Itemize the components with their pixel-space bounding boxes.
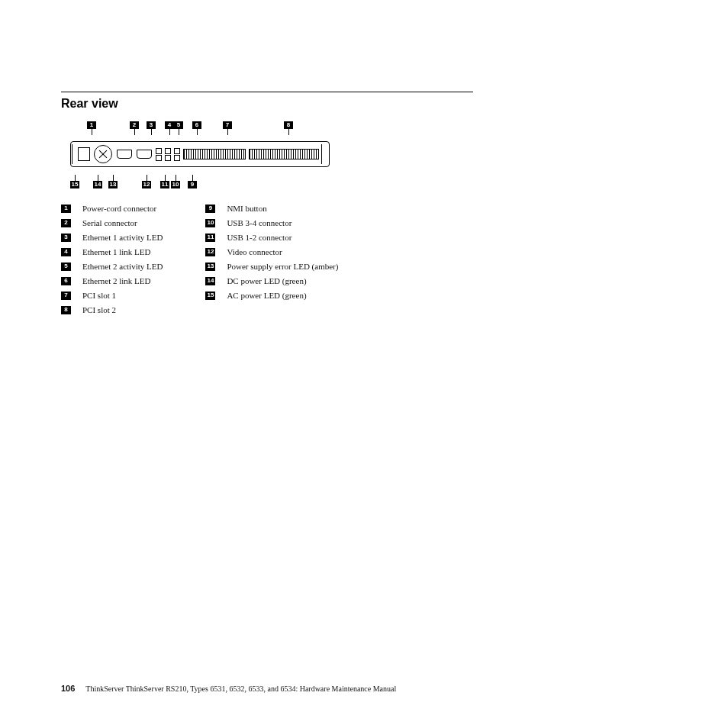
chassis-outline: [70, 141, 330, 167]
legend-row-13: 13Power supply error LED (amber): [205, 262, 338, 271]
page-number: 106: [61, 684, 75, 693]
legend-label: Serial connector: [82, 218, 137, 227]
callout-14: 14: [93, 175, 102, 188]
callout-2: 2: [130, 121, 139, 135]
legend-label: USB 1-2 connector: [227, 233, 292, 242]
legend-label: Ethernet 2 activity LED: [82, 262, 163, 271]
callout-number-box: 2: [130, 121, 139, 129]
legend-number-box: 15: [205, 292, 215, 300]
legend-row-5: 5Ethernet 2 activity LED: [61, 262, 163, 271]
legend-label: DC power LED (green): [227, 276, 306, 285]
callout-8: 8: [284, 121, 293, 135]
legend-column-left: 1Power-cord connector2Serial connector3E…: [61, 204, 163, 314]
callout-number-box: 8: [284, 121, 293, 129]
callout-number-box: 15: [70, 181, 79, 188]
legend-number-box: 6: [61, 277, 71, 285]
legend-number-box: 12: [205, 248, 215, 256]
callout-tick-icon: [75, 175, 76, 181]
legend-number-box: 5: [61, 263, 71, 271]
legend-row-7: 7PCI slot 1: [61, 291, 163, 300]
section-rule: [61, 92, 473, 92]
callout-tick-icon: [169, 129, 170, 135]
callout-tick-icon: [176, 175, 176, 181]
callout-7: 7: [223, 121, 232, 135]
legend-row-9: 9NMI button: [205, 204, 338, 213]
callout-number-box: 14: [93, 181, 102, 188]
callout-tick-icon: [92, 129, 92, 135]
legend-row-2: 2Serial connector: [61, 218, 163, 227]
legend-row-8: 8PCI slot 2: [61, 305, 163, 314]
legend-number-box: 4: [61, 248, 71, 256]
callout-number-box: 12: [142, 181, 151, 188]
fan-icon: [94, 145, 112, 163]
legend-number-box: 9: [205, 205, 215, 213]
legend-number-box: 3: [61, 234, 71, 242]
legend-label: Ethernet 1 link LED: [82, 247, 151, 256]
legend-label: PCI slot 2: [82, 305, 116, 314]
legend-label: AC power LED (green): [227, 291, 306, 300]
video-connector-icon: [137, 150, 152, 159]
callout-tick-icon: [113, 175, 114, 181]
callout-number-box: 3: [147, 121, 156, 129]
callout-tick-icon: [192, 175, 193, 181]
callout-number-box: 9: [188, 181, 197, 188]
legend-column-right: 9NMI button10USB 3-4 connector11USB 1-2 …: [205, 204, 338, 314]
legend-label: Ethernet 2 link LED: [82, 276, 151, 285]
callout-tick-icon: [147, 175, 147, 181]
legend-number-box: 7: [61, 292, 71, 300]
callout-4: 4: [165, 121, 174, 135]
legend-label: Ethernet 1 activity LED: [82, 233, 163, 242]
callout-3: 3: [147, 121, 156, 135]
legend-row-14: 14DC power LED (green): [205, 276, 338, 285]
legend-label: Power supply error LED (amber): [227, 262, 338, 271]
callout-tick-icon: [197, 129, 198, 135]
legend-number-box: 14: [205, 277, 215, 285]
legend-row-1: 1Power-cord connector: [61, 204, 163, 213]
page-footer: 106 ThinkServer ThinkServer RS210, Types…: [61, 684, 396, 693]
callout-tick-icon: [165, 175, 166, 181]
callout-tick-icon: [98, 175, 98, 181]
legend-row-3: 3Ethernet 1 activity LED: [61, 233, 163, 242]
callout-12: 12: [142, 175, 151, 188]
callout-9: 9: [188, 175, 197, 188]
callout-number-box: 11: [160, 181, 169, 188]
callout-1: 1: [87, 121, 96, 135]
legend-number-box: 10: [205, 219, 215, 227]
legend-label: USB 3-4 connector: [227, 218, 292, 227]
legend-row-4: 4Ethernet 1 link LED: [61, 247, 163, 256]
legend-label: Video connector: [227, 247, 282, 256]
legend-label: NMI button: [227, 204, 266, 213]
legend-row-15: 15AC power LED (green): [205, 291, 338, 300]
legend: 1Power-cord connector2Serial connector3E…: [61, 204, 667, 314]
chassis-ear-left: [72, 144, 76, 164]
callout-number-box: 13: [108, 181, 118, 188]
legend-row-6: 6Ethernet 2 link LED: [61, 276, 163, 285]
callout-10: 10: [171, 175, 180, 188]
callout-6: 6: [192, 121, 201, 135]
callout-number-box: 10: [171, 181, 180, 188]
pci-slot-2-icon: [249, 149, 319, 159]
callout-11: 11: [160, 175, 169, 188]
legend-label: PCI slot 1: [82, 291, 116, 300]
legend-label: Power-cord connector: [82, 204, 156, 213]
legend-number-box: 1: [61, 205, 71, 213]
chassis-ear-right: [321, 144, 325, 164]
callout-number-box: 1: [87, 121, 96, 129]
callout-number-box: 5: [174, 121, 183, 129]
serial-connector-icon: [117, 150, 132, 159]
legend-row-12: 12Video connector: [205, 247, 338, 256]
legend-number-box: 8: [61, 306, 71, 314]
callout-tick-icon: [179, 129, 179, 135]
callout-number-box: 7: [223, 121, 232, 129]
callout-13: 13: [108, 175, 118, 188]
callout-15: 15: [70, 175, 79, 188]
legend-number-box: 11: [205, 234, 215, 242]
legend-number-box: 2: [61, 219, 71, 227]
rear-view-diagram: 12345678 1514131211109: [70, 121, 345, 190]
usb-ports-icon: [174, 148, 180, 161]
callout-tick-icon: [151, 129, 152, 135]
callout-tick-icon: [134, 129, 135, 135]
usb-ports-icon: [165, 148, 171, 161]
legend-number-box: 13: [205, 263, 215, 271]
legend-row-10: 10USB 3-4 connector: [205, 218, 338, 227]
